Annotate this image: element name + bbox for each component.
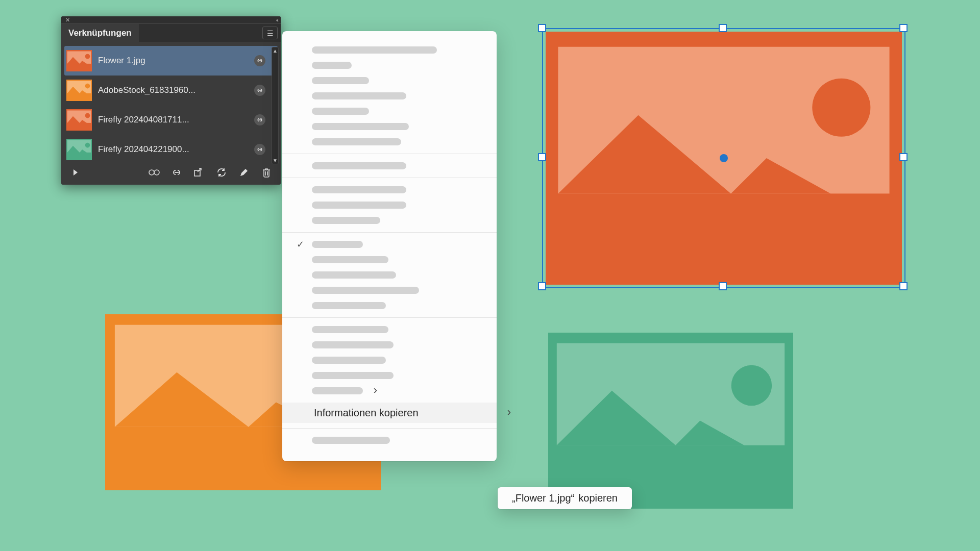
selection-handle[interactable]: [719, 24, 727, 32]
menu-item[interactable]: [312, 341, 394, 348]
menu-item[interactable]: [312, 256, 388, 263]
link-status-icon: [254, 55, 265, 66]
link-status-icon: [254, 144, 265, 155]
svg-point-11: [85, 54, 90, 59]
menu-item[interactable]: [312, 302, 386, 309]
selection-handle[interactable]: [899, 24, 908, 32]
links-row[interactable]: Firefly 202404221900...: [64, 135, 278, 164]
svg-point-14: [85, 84, 90, 89]
tab-links[interactable]: Verknüpfungen: [61, 24, 139, 42]
menu-item[interactable]: [312, 326, 388, 333]
menu-item[interactable]: [312, 162, 406, 169]
svg-point-21: [149, 170, 154, 175]
close-icon[interactable]: ✕: [64, 17, 70, 23]
menu-item-checked[interactable]: [312, 241, 363, 248]
links-panel: ✕ ‹‹ Verknüpfungen ☰ Flower 1.jpg AdobeS…: [61, 16, 281, 185]
link-thumbnail: [66, 80, 92, 101]
selection-handle[interactable]: [538, 24, 546, 32]
svg-point-20: [85, 143, 90, 148]
selection-handle[interactable]: [538, 153, 546, 161]
links-panel-flyout-menu: Informationen kopieren: [282, 31, 497, 461]
menu-item[interactable]: [312, 108, 369, 115]
menu-separator: [282, 232, 497, 233]
link-status-icon: [254, 85, 265, 96]
menu-item[interactable]: [312, 123, 409, 130]
menu-separator: [282, 428, 497, 429]
menu-item-copy-info[interactable]: Informationen kopieren: [282, 403, 497, 423]
menu-item[interactable]: [312, 217, 380, 224]
panel-titlebar: ✕ ‹‹: [61, 16, 281, 23]
placed-image[interactable]: [548, 333, 793, 509]
edit-original-icon[interactable]: [238, 166, 250, 179]
menu-separator: [282, 317, 497, 318]
menu-item[interactable]: [312, 202, 406, 209]
menu-item[interactable]: [312, 271, 396, 279]
menu-item[interactable]: [312, 287, 419, 294]
link-label: Firefly 202404081711...: [98, 115, 248, 125]
links-row[interactable]: Flower 1.jpg: [64, 46, 278, 76]
update-link-icon[interactable]: [215, 166, 228, 179]
placed-image[interactable]: [546, 32, 902, 285]
selection-handle[interactable]: [538, 282, 546, 290]
svg-point-8: [812, 79, 870, 137]
collapse-icon[interactable]: ‹‹: [276, 17, 278, 23]
trash-icon[interactable]: [260, 166, 273, 179]
menu-item-label: Informationen kopieren: [314, 407, 419, 419]
menu-item-submenu[interactable]: [312, 387, 363, 394]
menu-item[interactable]: [312, 46, 437, 54]
selection-handle[interactable]: [719, 282, 727, 290]
goto-link-icon[interactable]: [193, 166, 205, 179]
menu-separator: [282, 178, 497, 178]
relink-icon[interactable]: [170, 166, 183, 179]
menu-item[interactable]: [312, 92, 406, 99]
panel-toolbar: [64, 164, 278, 182]
svg-point-5: [731, 365, 772, 406]
cc-libraries-icon[interactable]: [148, 166, 160, 179]
svg-point-22: [154, 170, 159, 175]
submenu-copy-info[interactable]: „Flower 1.jpg“ kopieren: [498, 487, 632, 509]
menu-separator: [282, 154, 497, 154]
submenu-filename: „Flower 1.jpg“: [512, 492, 574, 504]
scrollbar[interactable]: ▲ ▼: [272, 47, 279, 164]
selection-handle[interactable]: [899, 282, 908, 290]
menu-item[interactable]: [312, 186, 406, 193]
menu-item[interactable]: [312, 372, 394, 379]
selection-handle[interactable]: [899, 153, 908, 161]
links-row[interactable]: Firefly 202404081711...: [64, 105, 278, 135]
svg-rect-23: [194, 170, 200, 176]
menu-item[interactable]: [312, 62, 352, 69]
menu-item[interactable]: [312, 138, 401, 145]
link-thumbnail: [66, 109, 92, 131]
scroll-up-icon[interactable]: ▲: [273, 47, 278, 54]
expand-icon[interactable]: [69, 166, 82, 179]
submenu-action: kopieren: [578, 492, 618, 504]
link-status-icon: [254, 114, 265, 126]
menu-item[interactable]: [312, 357, 386, 364]
panel-flyout-menu-icon[interactable]: ☰: [262, 27, 278, 39]
link-label: AdobeStock_61831960...: [98, 85, 248, 95]
link-thumbnail: [66, 139, 92, 160]
selection-center-point[interactable]: [720, 154, 728, 162]
menu-item[interactable]: [312, 437, 390, 444]
links-list: Flower 1.jpg AdobeStock_61831960... Fire…: [61, 42, 281, 185]
link-label: Firefly 202404221900...: [98, 144, 248, 155]
scroll-down-icon[interactable]: ▼: [273, 157, 278, 164]
menu-item[interactable]: [312, 77, 369, 84]
svg-point-17: [85, 113, 90, 118]
panel-tabstrip: Verknüpfungen ☰: [61, 23, 281, 42]
links-row[interactable]: AdobeStock_61831960...: [64, 76, 278, 105]
link-thumbnail: [66, 50, 92, 71]
link-label: Flower 1.jpg: [98, 56, 248, 66]
